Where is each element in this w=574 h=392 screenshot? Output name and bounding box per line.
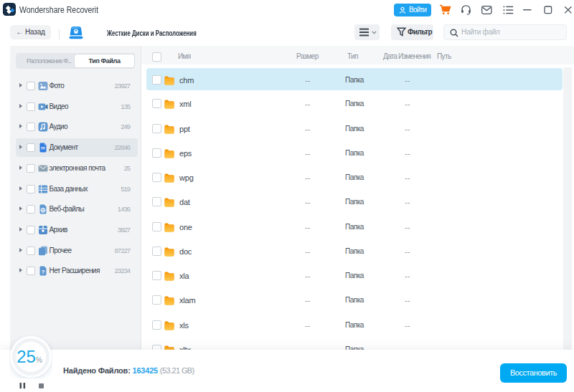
- svg-text:?: ?: [42, 269, 45, 275]
- svg-text:%: %: [36, 356, 42, 364]
- svg-text:25: 25: [17, 347, 36, 366]
